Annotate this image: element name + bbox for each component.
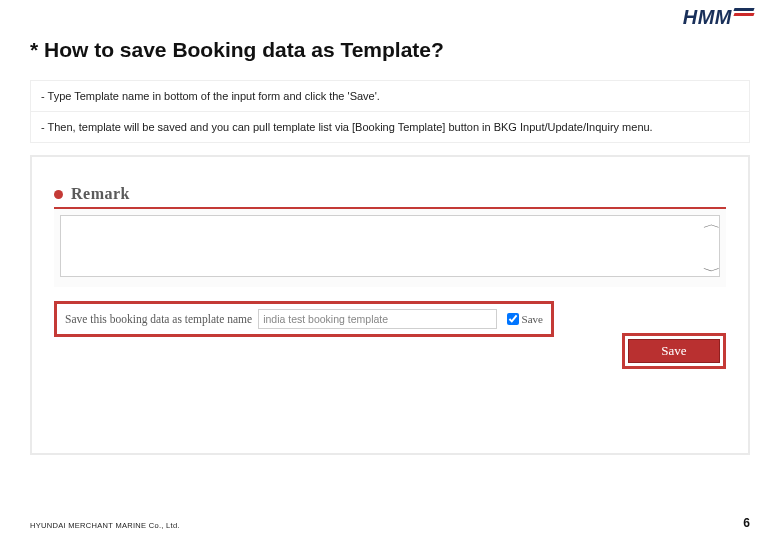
save-checkbox[interactable] [507, 313, 519, 325]
logo-bars-icon [734, 8, 754, 16]
bullet-icon [54, 190, 63, 199]
instruction-line: Type Template name in bottom of the inpu… [31, 81, 749, 112]
save-checkbox-group[interactable]: Save [507, 313, 543, 325]
page-number: 6 [743, 516, 750, 530]
screenshot-frame: Remark ︿ ﹀ Save this booking data as tem… [30, 155, 750, 455]
footer-company: HYUNDAI MERCHANT MARINE Co., Ltd. [30, 521, 180, 530]
remark-heading: Remark [71, 185, 130, 203]
remark-textarea[interactable] [60, 215, 720, 277]
save-button[interactable]: Save [628, 339, 720, 363]
footer: HYUNDAI MERCHANT MARINE Co., Ltd. 6 [30, 516, 750, 530]
remark-box: ︿ ﹀ [54, 207, 726, 287]
save-button-highlight: Save [622, 333, 726, 369]
instruction-line: Then, template will be saved and you can… [31, 112, 749, 142]
save-template-label: Save this booking data as template name [65, 313, 252, 325]
hmm-logo: HMM [683, 6, 754, 29]
save-checkbox-label: Save [522, 313, 543, 325]
page-title: * How to save Booking data as Template? [30, 38, 750, 62]
slide-page: HMM * How to save Booking data as Templa… [0, 0, 780, 540]
remark-header: Remark [54, 185, 726, 203]
template-name-input[interactable] [258, 309, 496, 329]
save-template-row-highlight: Save this booking data as template name … [54, 301, 554, 337]
instructions-panel: Type Template name in bottom of the inpu… [30, 80, 750, 143]
logo-text: HMM [683, 6, 732, 29]
